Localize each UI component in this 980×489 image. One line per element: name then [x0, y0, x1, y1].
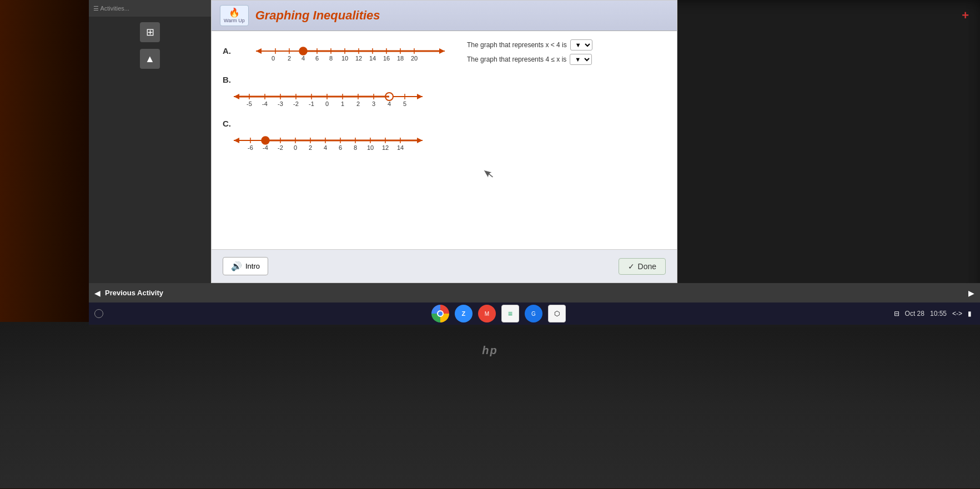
done-button-label: Done	[638, 262, 656, 271]
svg-text:12: 12	[355, 55, 362, 62]
svg-text:10: 10	[341, 55, 348, 62]
svg-marker-56	[417, 138, 423, 143]
section-c-label: C.	[223, 119, 666, 128]
upload-icon[interactable]: ▲	[140, 49, 160, 69]
svg-text:3: 3	[372, 100, 375, 107]
taskbar-center: Z M ≡ G ⬡	[103, 305, 894, 322]
dropdown-area-a: The graph that represents x < 4 is ▼ A B…	[467, 39, 592, 65]
tray-network-icon[interactable]: <->	[952, 310, 962, 317]
dropdown-a2-text: The graph that represents 4 ≤ x is	[467, 56, 566, 63]
done-button[interactable]: ✓ Done	[619, 258, 666, 275]
checkmark-icon: ✓	[628, 262, 635, 271]
tray-battery-icon[interactable]: ▮	[968, 310, 972, 317]
svg-text:18: 18	[397, 55, 404, 62]
taskbar: Z M ≡ G ⬡ ⊟ Oct 28 10:55 <-> ▮	[89, 303, 980, 325]
svg-marker-29	[417, 94, 423, 99]
calculator-icon[interactable]: ⊞	[140, 22, 160, 42]
svg-text:-2: -2	[293, 100, 299, 107]
svg-text:16: 16	[383, 55, 390, 62]
slides-icon[interactable]: G	[525, 305, 542, 322]
number-line-b: -5 -4 -3 -2 -1 0 1 2 3 4 5	[223, 87, 434, 109]
svg-text:0: 0	[294, 144, 297, 151]
svg-text:-4: -4	[263, 144, 268, 151]
svg-text:14: 14	[397, 144, 404, 151]
prev-activity-arrow-icon[interactable]: ◀	[94, 289, 100, 298]
section-a-label: A.	[223, 46, 234, 56]
svg-text:2: 2	[309, 144, 312, 151]
sheets-icon[interactable]: ≡	[501, 305, 519, 322]
section-b-label: B.	[223, 75, 666, 84]
svg-text:1: 1	[341, 100, 344, 107]
intro-button[interactable]: 🔊 Intro	[223, 257, 268, 275]
next-activity-arrow-icon[interactable]: ▶	[968, 289, 974, 298]
svg-text:2: 2	[356, 100, 360, 107]
svg-text:-1: -1	[309, 100, 314, 107]
chrome-icon[interactable]	[431, 305, 449, 322]
svg-text:0: 0	[325, 100, 329, 107]
svg-text:-4: -4	[262, 100, 268, 107]
panel-title: Graphing Inequalities	[255, 8, 380, 23]
svg-text:5: 5	[403, 100, 406, 107]
dropdown-row-a1: The graph that represents x < 4 is ▼ A B…	[467, 39, 592, 51]
warm-up-label: Warm Up	[224, 18, 245, 24]
dropdown-a2-select[interactable]: ▼ A B C	[570, 54, 592, 65]
left-sidebar: ☰ Activities... ⊞ ▲	[89, 0, 211, 283]
section-a-row: A.	[223, 39, 666, 65]
hp-logo: hp	[482, 344, 497, 357]
number-line-b-svg: -5 -4 -3 -2 -1 0 1 2 3 4 5	[223, 87, 434, 109]
panel-body: A.	[212, 31, 677, 249]
svg-text:6: 6	[315, 55, 319, 62]
svg-marker-55	[234, 138, 239, 143]
svg-text:0: 0	[272, 55, 275, 62]
svg-text:4: 4	[324, 144, 327, 151]
warm-up-badge: 🔥 Warm Up	[220, 5, 249, 26]
svg-text:6: 6	[339, 144, 342, 151]
svg-text:-5: -5	[247, 100, 252, 107]
taskbar-time: 10:55	[930, 310, 947, 317]
tray-keyboard-icon[interactable]: ⊟	[894, 310, 899, 317]
svg-text:8: 8	[329, 55, 333, 62]
section-a: A.	[223, 39, 666, 65]
main-panel: 🔥 Warm Up Graphing Inequalities A.	[211, 0, 677, 283]
zoom-icon[interactable]: Z	[455, 305, 473, 322]
panel-header: 🔥 Warm Up Graphing Inequalities	[212, 1, 677, 31]
svg-text:2: 2	[288, 55, 291, 62]
dropdown-a1-text: The graph that represents x < 4 is	[467, 41, 567, 49]
plus-button[interactable]: +	[962, 8, 969, 23]
meet-icon[interactable]: M	[478, 305, 496, 322]
laptop-left-frame	[0, 0, 92, 333]
sidebar-title: ☰ Activities...	[93, 5, 129, 12]
svg-text:-2: -2	[278, 144, 283, 151]
taskbar-date: Oct 28	[905, 310, 924, 317]
svg-text:14: 14	[369, 55, 376, 62]
taskbar-right: ⊟ Oct 28 10:55 <-> ▮	[894, 310, 980, 317]
svg-marker-2	[439, 48, 445, 54]
sidebar-top-bar: ☰ Activities...	[89, 0, 211, 17]
svg-text:12: 12	[382, 144, 389, 151]
speaker-icon: 🔊	[231, 261, 242, 271]
sidebar-icon-area: ⊞ ▲	[89, 17, 211, 74]
svg-text:-3: -3	[278, 100, 283, 107]
taskbar-home-button[interactable]	[94, 309, 103, 318]
laptop-bottom-frame: hp	[0, 322, 980, 488]
section-b: B.	[223, 75, 666, 109]
panel-footer: 🔊 Intro ✓ Done	[212, 249, 677, 283]
drive-icon[interactable]: ⬡	[548, 305, 566, 322]
svg-marker-1	[256, 48, 262, 54]
intro-button-label: Intro	[245, 262, 260, 270]
svg-text:8: 8	[354, 144, 357, 151]
previous-activity-bar: ◀ Previous Activity ▶	[89, 283, 980, 303]
svg-text:4: 4	[388, 100, 391, 107]
svg-text:20: 20	[411, 55, 418, 62]
svg-text:4: 4	[301, 55, 305, 62]
dropdown-row-a2: The graph that represents 4 ≤ x is ▼ A B…	[467, 54, 592, 65]
section-c: C.	[223, 119, 666, 153]
svg-text:-6: -6	[248, 144, 253, 151]
dropdown-a1-select[interactable]: ▼ A B C	[570, 39, 592, 51]
previous-activity-text: Previous Activity	[105, 289, 163, 297]
number-line-a: 0 2 4 6 8 10 12 14 16 18 20	[245, 41, 456, 63]
number-line-c: -6 -4 -2 0 2 4 6 8 10 12 14	[223, 130, 434, 153]
taskbar-left	[89, 309, 103, 318]
number-line-c-svg: -6 -4 -2 0 2 4 6 8 10 12 14	[223, 130, 434, 153]
number-line-a-svg: 0 2 4 6 8 10 12 14 16 18 20	[245, 41, 456, 63]
